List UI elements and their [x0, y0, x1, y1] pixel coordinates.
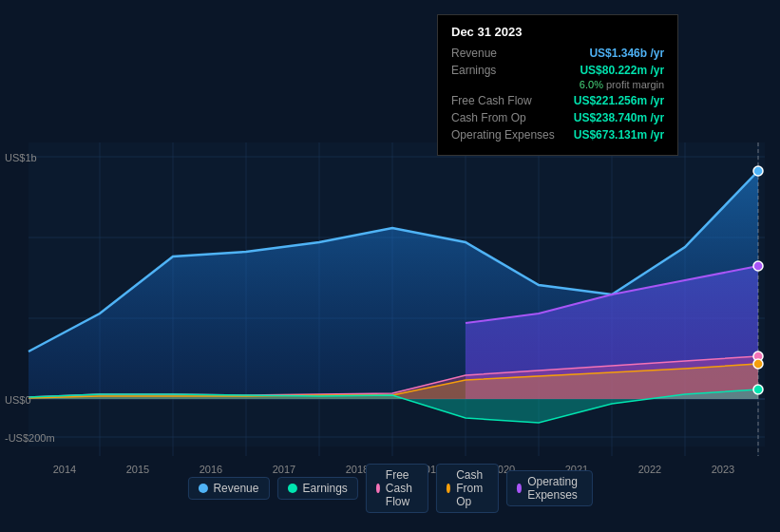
revenue-label: Revenue — [451, 47, 497, 60]
tooltip-row-fcf: Free Cash Flow US$221.256m /yr — [451, 94, 664, 107]
svg-text:2014: 2014 — [53, 464, 76, 475]
svg-text:-US$200m: -US$200m — [5, 432, 55, 444]
fcf-dot — [376, 484, 380, 493]
tooltip-date: Dec 31 2023 — [451, 25, 664, 39]
legend-opex[interactable]: Operating Expenses — [506, 470, 593, 506]
revenue-value: US$1.346b /yr — [589, 47, 664, 60]
legend-earnings[interactable]: Earnings — [276, 477, 357, 500]
svg-text:2023: 2023 — [712, 464, 734, 475]
cfo-label: Cash From Op — [451, 111, 526, 124]
tooltip-row-cfo: Cash From Op US$238.740m /yr — [451, 111, 664, 124]
svg-text:2022: 2022 — [638, 464, 661, 475]
svg-point-18 — [753, 166, 763, 176]
fcf-value: US$221.256m /yr — [574, 94, 664, 107]
earnings-label: Earnings — [451, 64, 496, 77]
opex-dot — [517, 484, 522, 493]
cfo-dot — [447, 484, 450, 493]
legend-cfo[interactable]: Cash From Op — [436, 464, 499, 513]
tooltip-box: Dec 31 2023 Revenue US$1.346b /yr Earnin… — [437, 14, 678, 156]
legend-revenue-label: Revenue — [213, 482, 258, 495]
legend-cfo-label: Cash From Op — [456, 468, 488, 508]
chart-container: US$1b US$0 -US$200m 2014 2015 2016 2017 … — [0, 0, 780, 532]
revenue-dot — [198, 484, 207, 493]
legend-fcf-label: Free Cash Flow — [386, 468, 418, 508]
svg-text:2015: 2015 — [126, 464, 149, 475]
svg-point-19 — [753, 261, 763, 271]
svg-text:US$1b: US$1b — [5, 152, 37, 163]
legend-earnings-label: Earnings — [302, 482, 347, 495]
tooltip-row-opex: Operating Expenses US$673.131m /yr — [451, 128, 664, 142]
svg-text:US$0: US$0 — [5, 394, 31, 406]
opex-label: Operating Expenses — [451, 128, 555, 142]
tooltip-row-earnings: Earnings US$80.222m /yr — [451, 64, 664, 77]
legend-fcf[interactable]: Free Cash Flow — [366, 464, 428, 513]
legend-opex-label: Operating Expenses — [527, 475, 581, 502]
profit-margin-value: 6.0% — [580, 79, 603, 90]
opex-value: US$673.131m /yr — [574, 128, 664, 142]
chart-legend: Revenue Earnings Free Cash Flow Cash Fro… — [187, 464, 592, 513]
fcf-label: Free Cash Flow — [451, 94, 532, 107]
svg-point-22 — [753, 385, 763, 394]
tooltip-row-revenue: Revenue US$1.346b /yr — [451, 47, 664, 60]
earnings-value: US$80.222m /yr — [580, 64, 664, 77]
svg-point-21 — [753, 359, 763, 369]
profit-margin: 6.0% profit margin — [451, 79, 664, 90]
cfo-value: US$238.740m /yr — [574, 111, 664, 124]
earnings-dot — [287, 484, 296, 493]
legend-revenue[interactable]: Revenue — [187, 477, 269, 500]
